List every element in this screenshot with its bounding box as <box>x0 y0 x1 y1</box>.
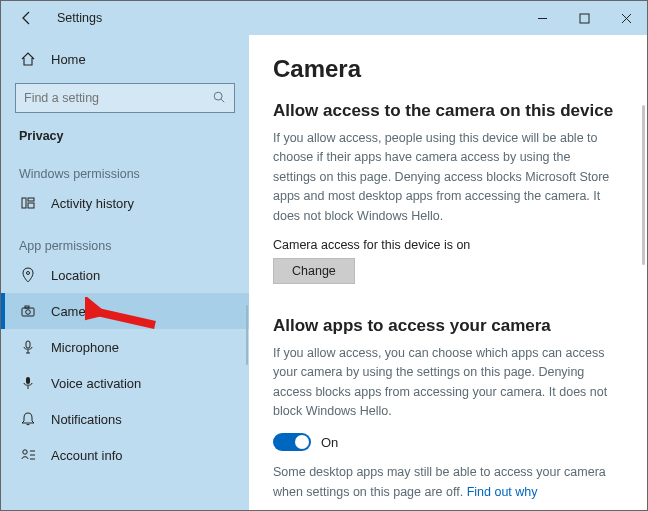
find-out-why-link[interactable]: Find out why <box>467 485 538 499</box>
account-info-icon <box>19 447 37 463</box>
notifications-icon <box>19 411 37 427</box>
svg-rect-2 <box>22 198 26 208</box>
location-icon <box>19 267 37 283</box>
apps-camera-toggle[interactable] <box>273 433 311 451</box>
home-icon <box>19 51 37 67</box>
svg-rect-9 <box>26 341 30 348</box>
group-app-permissions: App permissions <box>1 221 249 257</box>
camera-access-status: Camera access for this device is on <box>273 238 623 252</box>
camera-icon <box>19 303 37 319</box>
section-description: If you allow access, people using this d… <box>273 129 613 226</box>
window-controls <box>521 1 647 35</box>
voice-icon <box>19 375 37 391</box>
sidebar-item-voice-activation[interactable]: Voice activation <box>1 365 249 401</box>
sidebar-item-activity-history[interactable]: Activity history <box>1 185 249 221</box>
sidebar-scrollbar[interactable] <box>246 305 248 365</box>
section-heading: Allow apps to access your camera <box>273 316 623 336</box>
section-heading: Allow access to the camera on this devic… <box>273 101 623 121</box>
svg-point-7 <box>26 310 31 315</box>
page-title: Camera <box>273 55 623 83</box>
svg-rect-10 <box>26 377 30 384</box>
microphone-icon <box>19 339 37 355</box>
content-scrollbar[interactable] <box>642 105 645 265</box>
minimize-button[interactable] <box>521 1 563 35</box>
sidebar-item-microphone[interactable]: Microphone <box>1 329 249 365</box>
titlebar: Settings <box>1 1 647 35</box>
search-field[interactable] <box>24 91 212 105</box>
section-title-privacy: Privacy <box>1 121 249 149</box>
svg-point-5 <box>27 272 30 275</box>
svg-rect-8 <box>25 306 29 308</box>
window-title: Settings <box>57 11 102 25</box>
sidebar-item-label: Camera <box>51 304 97 319</box>
search-input[interactable] <box>15 83 235 113</box>
toggle-label: On <box>321 435 338 450</box>
section-description: If you allow access, you can choose whic… <box>273 344 613 422</box>
sidebar-item-account-info[interactable]: Account info <box>1 437 249 473</box>
sidebar-item-label: Home <box>51 52 86 67</box>
change-button[interactable]: Change <box>273 258 355 284</box>
sidebar-item-label: Location <box>51 268 100 283</box>
sidebar-item-home[interactable]: Home <box>1 41 249 77</box>
sidebar-item-label: Microphone <box>51 340 119 355</box>
svg-point-11 <box>23 450 27 454</box>
sidebar-item-label: Activity history <box>51 196 134 211</box>
group-windows-permissions: Windows permissions <box>1 149 249 185</box>
sidebar-item-label: Account info <box>51 448 123 463</box>
sidebar-item-notifications[interactable]: Notifications <box>1 401 249 437</box>
close-button[interactable] <box>605 1 647 35</box>
maximize-button[interactable] <box>563 1 605 35</box>
svg-rect-4 <box>28 203 34 208</box>
search-icon <box>212 90 226 107</box>
sidebar: Home Privacy Windows permissions Activit… <box>1 35 249 510</box>
desktop-apps-note: Some desktop apps may still be able to a… <box>273 463 613 502</box>
sidebar-item-label: Notifications <box>51 412 122 427</box>
svg-point-1 <box>214 92 222 100</box>
svg-rect-0 <box>580 14 589 23</box>
sidebar-item-label: Voice activation <box>51 376 141 391</box>
sidebar-item-location[interactable]: Location <box>1 257 249 293</box>
svg-rect-3 <box>28 198 34 201</box>
sidebar-item-camera[interactable]: Camera <box>1 293 249 329</box>
activity-history-icon <box>19 195 37 211</box>
back-icon[interactable] <box>19 10 39 26</box>
main-content: Camera Allow access to the camera on thi… <box>249 35 647 510</box>
